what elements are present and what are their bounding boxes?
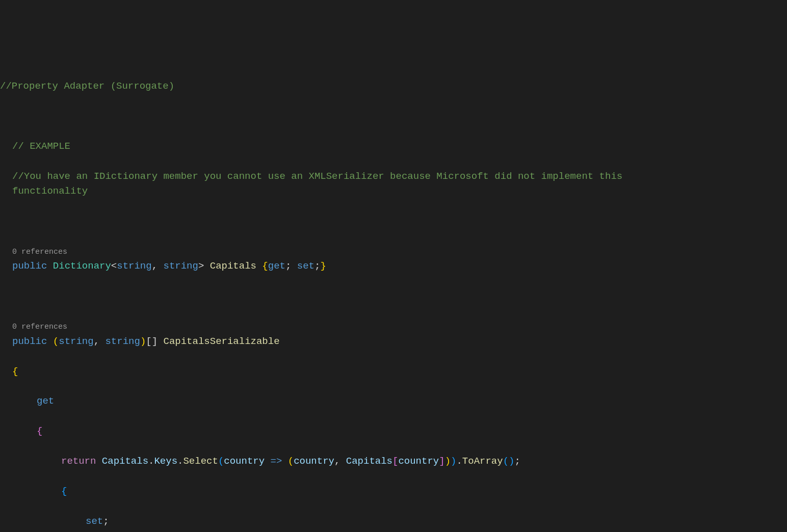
codelens-references[interactable]: 0 references [0,248,67,256]
code-line: { [0,424,787,439]
type-dictionary: Dictionary [53,260,111,272]
code-line: get [0,394,787,409]
code-line: return Capitals.Keys.Select(country => (… [0,454,787,469]
method-select: Select [183,456,218,467]
keyword-public: public [12,260,47,272]
blank-line [0,109,787,124]
keyword-return: return [61,456,96,467]
code-line: public Dictionary<string, string> Capita… [0,259,787,274]
comment-line: //Property Adapter (Surrogate) [0,79,787,94]
code-line: { [0,364,787,379]
method-toarray: ToArray [462,456,503,467]
code-line: { [0,484,787,499]
blank-line [0,289,787,304]
keyword-public: public [12,336,47,347]
code-line: set; [0,514,787,529]
blank-line [0,214,787,229]
comment-line: //You have an IDictionary member you can… [0,169,652,199]
property-capitals: Capitals [210,260,256,272]
property-capitals-serializable: CapitalsSerializable [164,336,280,347]
comment-line: // EXAMPLE [0,139,787,154]
code-line: public (string, string)[] CapitalsSerial… [0,334,787,349]
codelens-references[interactable]: 0 references [0,323,67,331]
code-editor[interactable]: //Property Adapter (Surrogate) // EXAMPL… [0,60,787,532]
